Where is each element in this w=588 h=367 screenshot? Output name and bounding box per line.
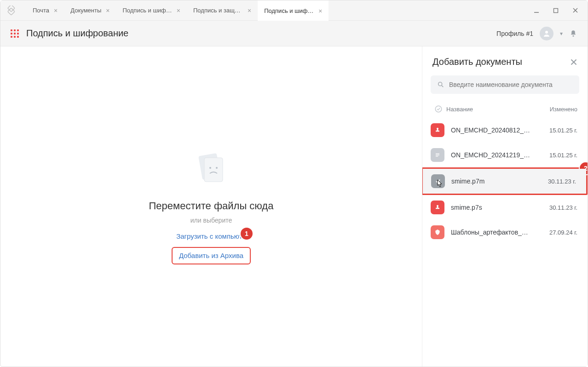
upload-from-computer-link[interactable]: Загрузить с компьюте [176, 232, 246, 240]
close-sidepanel-icon[interactable] [570, 58, 577, 66]
add-documents-panel: Добавить документы Название Изменено [422, 46, 588, 367]
archive-link-highlight: Добавить из Архива [172, 247, 251, 264]
search-icon [437, 81, 444, 88]
column-date-header[interactable]: Изменено [539, 106, 577, 113]
empty-file-icon [190, 149, 232, 190]
notifications-bell-icon[interactable] [569, 29, 577, 38]
tab-label: Документы [70, 7, 101, 14]
tab-mail[interactable]: Почта × [26, 0, 64, 21]
svg-rect-3 [554, 8, 558, 12]
close-icon[interactable]: × [177, 7, 180, 14]
profile-avatar[interactable] [540, 27, 553, 40]
document-name: smime.p7s [451, 204, 539, 211]
toolbar-right: Профиль #1 ▾ [496, 27, 577, 40]
tab-strip: Почта × Документы × Подпись и шиф… × Под… [26, 0, 524, 21]
callout-badge-1: 1 [241, 228, 253, 240]
window-minimize-button[interactable] [532, 6, 541, 15]
pdf-icon [431, 225, 444, 239]
document-date: 27.09.24 г. [539, 229, 577, 236]
document-list-header: Название Изменено [422, 100, 588, 118]
close-icon[interactable]: × [318, 7, 322, 15]
doc-lines-icon [431, 148, 444, 162]
selected-row-highlight: 2 smime.p7m 30.11.23 г. [422, 167, 588, 195]
svg-rect-9 [204, 158, 223, 182]
tab-sign-active[interactable]: Подпись и шифр… × [258, 0, 329, 21]
svg-rect-25 [437, 206, 438, 208]
tab-sign-1[interactable]: Подпись и шиф… × [116, 0, 187, 21]
document-name: smime.p7m [451, 178, 537, 185]
page-title: Подпись и шифрование [26, 28, 128, 39]
stamp-icon [431, 201, 444, 214]
close-icon[interactable]: × [54, 7, 58, 14]
tab-label: Подпись и защи… [193, 7, 243, 14]
document-search[interactable] [431, 75, 579, 94]
sidepanel-header: Добавить документы [422, 46, 588, 75]
profile-label: Профиль #1 [496, 30, 533, 37]
document-row-selected[interactable]: smime.p7m 30.11.23 г. [423, 169, 586, 194]
check-circle-icon[interactable] [431, 174, 445, 188]
add-from-archive-link[interactable]: Добавить из Архива [179, 252, 243, 259]
close-icon[interactable]: × [106, 7, 110, 14]
chevron-down-icon[interactable]: ▾ [560, 30, 563, 37]
main-body: Переместите файлы сюда или выберите Загр… [0, 46, 588, 367]
tab-label: Подпись и шиф… [123, 7, 172, 14]
svg-point-7 [573, 35, 574, 36]
svg-point-11 [216, 167, 218, 169]
document-row[interactable]: ON_EMCHD_20241219_… 15.01.25 г. [422, 143, 588, 167]
tab-label: Почта [33, 7, 49, 14]
sidepanel-title: Добавить документы [432, 57, 570, 67]
document-date: 30.11.23 г. [539, 204, 577, 211]
titlebar: Почта × Документы × Подпись и шиф… × Под… [0, 0, 588, 21]
window-maximize-button[interactable] [552, 6, 560, 15]
tab-label: Подпись и шифр… [264, 7, 314, 14]
tab-sign-2[interactable]: Подпись и защи… × [187, 0, 258, 21]
document-date: 30.11.23 г. [537, 178, 576, 185]
toolbar: Подпись и шифрование Профиль #1 ▾ [0, 21, 588, 46]
document-name: ON_EMCHD_20240812_… [451, 126, 539, 134]
dropzone[interactable]: Переместите файлы сюда или выберите Загр… [149, 149, 274, 264]
document-row[interactable]: Шаблоны_артефактов_… 27.09.24 г. [422, 220, 588, 245]
app-window: Почта × Документы × Подпись и шиф… × Под… [0, 0, 588, 367]
document-row[interactable]: smime.p7s 30.11.23 г. [422, 195, 588, 220]
svg-point-6 [545, 31, 548, 34]
stamp-icon [431, 123, 444, 137]
apps-grid-icon[interactable] [11, 29, 19, 38]
document-name: ON_EMCHD_20241219_… [451, 151, 539, 159]
svg-line-15 [442, 86, 443, 87]
dropzone-title: Переместите файлы сюда [149, 200, 274, 212]
dropzone-or-text: или выберите [190, 217, 232, 224]
document-list: ON_EMCHD_20240812_… 15.01.25 г. ON_EMCHD… [422, 118, 588, 367]
window-controls [524, 6, 588, 15]
dropzone-area: Переместите файлы сюда или выберите Загр… [0, 46, 422, 367]
document-row[interactable]: ON_EMCHD_20240812_… 15.01.25 г. [422, 118, 588, 143]
archive-link-wrap: Добавить из Архива [172, 247, 251, 264]
svg-point-16 [435, 106, 442, 112]
svg-point-14 [438, 82, 442, 86]
close-icon[interactable]: × [248, 7, 251, 14]
window-close-button[interactable] [571, 6, 579, 15]
check-all-icon[interactable] [431, 105, 446, 113]
document-name: Шаблоны_артефактов_… [451, 229, 539, 236]
document-search-input[interactable] [449, 81, 573, 88]
document-date: 15.01.25 г. [539, 127, 577, 134]
app-logo-icon [5, 4, 18, 17]
svg-rect-19 [437, 129, 438, 131]
column-name-header[interactable]: Название [446, 106, 539, 113]
svg-point-10 [209, 167, 211, 169]
tab-documents[interactable]: Документы × [64, 0, 116, 21]
document-date: 15.01.25 г. [539, 152, 577, 159]
